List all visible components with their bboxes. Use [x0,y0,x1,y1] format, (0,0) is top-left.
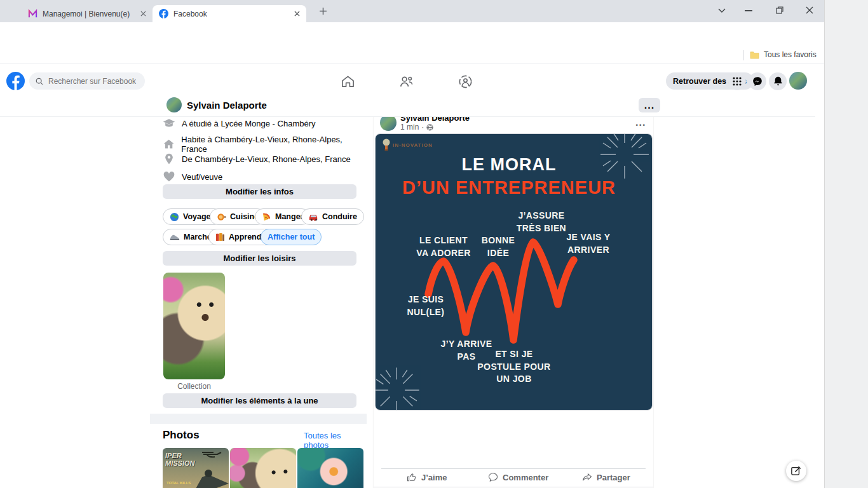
taskbar: 06:20 dimanche 24/09/2023 7 [824,0,868,488]
browser-toolbar: facebook.com/profile.php?id=615505835066… [0,22,824,48]
photo-thumbnail-flower[interactable] [297,448,363,488]
all-photos-link[interactable]: Toutes les photos [304,431,364,450]
profile-menu-button[interactable]: ... [639,98,660,112]
heart-icon [163,170,175,183]
edit-featured-button[interactable]: Modifier les éléments à la une [163,393,356,408]
sticky-profile-name: Sylvain Delaporte [187,100,267,111]
share-label: Partager [597,473,630,482]
share-arrow-icon [582,472,592,482]
messenger-icon [752,76,763,86]
bookmarks-label: Tous les favoris [764,50,817,59]
post-divider [381,468,646,469]
comment-button[interactable]: Commenter [488,472,548,482]
managemoi-favicon [28,9,37,18]
thumbs-up-icon [407,472,417,482]
globe-travel-icon [170,212,179,222]
hobby-label: Conduire [322,212,357,221]
section-divider [150,414,367,424]
facebook-search[interactable] [29,72,145,90]
like-label: J’aime [421,473,447,482]
featured-collection-photo[interactable] [163,273,225,379]
lives-in-row: Habite à Chambéry-Le-Vieux, Rhone-Alpes,… [163,135,364,154]
post-card: Sylvain Delaporte 1 min · ... [374,108,653,488]
game-subtext: TOTAL KILLS [166,481,191,485]
label-bonne: BONNE IDÉE [470,234,527,259]
hobby-label: Manger [275,212,303,221]
apps-menu-button[interactable] [728,72,746,90]
photo-thumbnail-pets[interactable] [230,448,296,488]
from-text: De Chambéry-Le-Vieux, Rhone-Alpes, Franc… [182,154,351,164]
car-icon [308,213,318,221]
tab-facebook[interactable]: Facebook [153,5,306,22]
bell-icon [773,76,783,86]
shared-post-card[interactable]: IN-NOVATION LE MORAL D’UN ENTREPRENEUR J… [375,133,653,410]
photos-section-title: Photos [163,429,200,442]
books-icon [215,233,225,241]
messenger-button[interactable] [749,72,766,90]
post-bottom-divider [374,487,653,487]
tab-search-icon[interactable] [718,8,726,13]
label-postule: ET SI JE POSTULE POUR UN JOB [466,348,562,386]
edit-pencil-icon [791,466,801,476]
label-nul: JE SUIS NUL(LE) [394,294,458,318]
relationship-text: Veuf/veuve [182,172,222,182]
lives-in-text: Habite à Chambéry-Le-Vieux, Rhone-Alpes,… [181,135,364,154]
minimize-icon[interactable] [745,10,752,11]
meta-separator: · [421,123,424,132]
search-icon [36,78,43,85]
home-nav-icon[interactable] [341,74,355,89]
hobby-chip-conduire[interactable]: Conduire [301,208,364,225]
facebook-logo[interactable] [6,72,25,90]
sniper-rifle-silhouette [196,464,229,488]
walking-shoe-icon [170,233,180,241]
education-text: A étudié à Lycée Monge - Chambéry [182,119,316,128]
like-button[interactable]: J’aime [407,472,447,482]
game-title-text: IPER MISSION [165,452,194,467]
sticky-profile-avatar[interactable] [166,97,182,112]
show-all-hobbies-button[interactable]: Afficher tout [261,229,322,245]
tab-title: Facebook [173,10,207,18]
post-menu-button[interactable]: ... [635,117,646,128]
globe-icon [426,124,433,131]
close-tab-icon[interactable] [294,11,300,17]
education-row: A étudié à Lycée Monge - Chambéry [163,117,316,130]
intro-card: A étudié à Lycée Monge - Chambéry Habite… [153,116,364,488]
bookmarks-divider [743,50,744,60]
comment-icon [488,472,498,482]
edit-hobbies-button[interactable]: Modifier les loisirs [163,251,356,266]
groups-nav-icon[interactable] [458,74,473,89]
notifications-button[interactable] [769,72,787,90]
label-vais: JE VAIS Y ARRIVER [557,231,620,256]
post-meta: 1 min · [400,123,433,132]
friends-nav-icon[interactable] [399,74,414,89]
apps-grid-icon [733,77,742,86]
profile-avatar[interactable] [789,72,807,90]
close-tab-icon[interactable] [140,11,146,17]
share-post-button[interactable]: Partager [582,472,630,482]
facebook-page: Retrouver des amis Sylvain Delaporte 1 m… [0,64,815,488]
restore-icon[interactable] [776,6,783,14]
from-row: De Chambéry-Le-Vieux, Rhone-Alpes, Franc… [163,152,351,165]
cooking-pan-icon [217,212,226,222]
compose-floating-button[interactable] [786,461,806,481]
search-input[interactable] [47,76,139,86]
home-icon [163,138,175,151]
edit-info-button[interactable]: Modifier les infos [163,184,356,199]
post-time: 1 min [400,123,419,132]
profile-sticky-bar: Sylvain Delaporte ... [0,93,815,117]
tab-managemoi[interactable]: Managemoi | Bienvenu(e) [22,5,153,22]
bookmarks-bar: Tous les favoris [0,48,824,64]
photo-thumbnail-game[interactable]: IPER MISSION TOTAL KILLS [163,448,229,488]
new-tab-icon[interactable] [319,7,327,15]
location-pin-icon [163,152,175,165]
featured-caption: Collection [163,382,225,391]
pizza-icon [262,212,271,222]
facebook-header: Retrouver des amis [0,69,815,94]
comment-label: Commenter [503,473,548,482]
close-window-icon[interactable] [806,6,813,14]
post-image[interactable]: IN-NOVATION LE MORAL D’UN ENTREPRENEUR J… [376,134,652,410]
tab-title: Managemoi | Bienvenu(e) [43,10,130,18]
all-bookmarks-button[interactable]: Tous les favoris [750,50,817,59]
hobby-label: Marche [184,233,212,241]
relationship-row: Veuf/veuve [163,170,222,183]
